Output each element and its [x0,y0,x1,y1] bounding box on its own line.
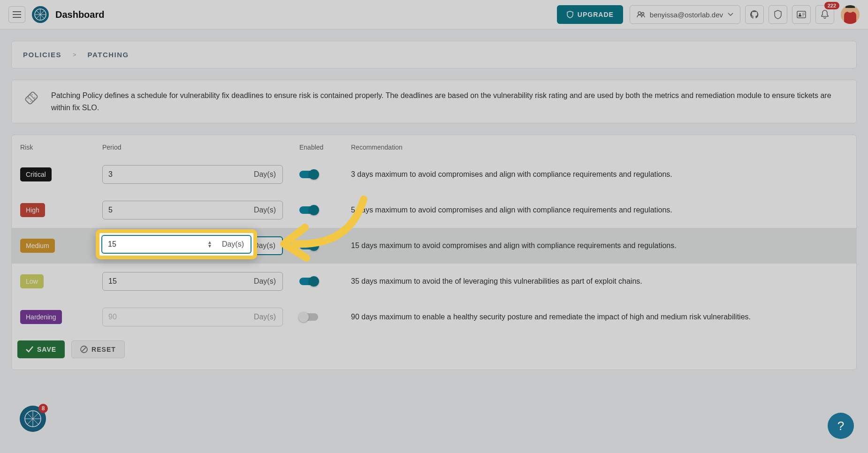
svg-point-8 [28,98,29,99]
period-suffix: Day(s) [247,277,282,286]
info-panel: Patching Policy defines a schedule for v… [11,80,857,123]
enabled-toggle[interactable] [299,171,318,178]
risk-badge: High [20,203,45,217]
svg-point-9 [30,101,31,102]
check-icon [26,346,33,353]
period-input [103,313,247,321]
period-suffix: Day(s) [247,313,282,321]
recommendation-text: 15 days maximum to avoid compromises and… [351,242,677,249]
svg-point-2 [641,13,644,15]
question-icon: ? [838,419,844,433]
table-row: LowDay(s)35 days maximum to avoid the of… [12,264,856,299]
header-risk: Risk [20,143,102,151]
notification-badge: 222 [824,2,839,9]
cancel-icon [80,346,88,353]
period-suffix: Day(s) [215,240,251,249]
table-row: CriticalDay(s)3 days maximum to avoid co… [12,157,856,192]
recommendation-text: 3 days maximum to avoid compromises and … [351,170,672,178]
save-button[interactable]: SAVE [17,340,65,358]
app-logo[interactable] [32,6,49,23]
chevron-right-icon: > [73,51,76,58]
card-button[interactable] [792,5,811,24]
page-title: Dashboard [55,9,104,20]
table-header: Risk Period Enabled Recommendation [12,135,856,157]
svg-point-4 [799,13,801,15]
reset-button[interactable]: RESET [71,340,125,358]
enabled-toggle[interactable] [299,313,318,321]
svg-rect-5 [25,91,38,105]
help-button[interactable]: ? [828,413,854,439]
table-row: HardeningDay(s)90 days maximum to enable… [12,299,856,335]
risk-badge: Low [20,274,44,288]
user-email: benyissa@ostorlab.dev [650,11,723,19]
patch-icon [23,90,40,106]
stepper-icon[interactable]: ▲▼ [207,241,215,248]
hamburger-icon [13,11,21,18]
risk-badge: Hardening [20,310,62,324]
svg-point-1 [638,12,641,15]
notifications-button[interactable]: 222 [815,5,834,24]
crumb-patching[interactable]: PATCHING [88,51,129,59]
callout-arrow-icon [270,195,373,270]
id-card-icon [797,11,806,18]
shield-outline-icon [774,10,782,19]
crumb-policies[interactable]: POLICIES [23,51,61,59]
callout-highlight: ▲▼ Day(s) [96,229,257,259]
svg-point-6 [31,94,33,96]
recommendation-text: 35 days maximum to avoid the of leveragi… [351,277,642,285]
logo-icon [23,409,42,428]
period-input[interactable] [103,277,247,286]
table-row: HighDay(s)5 days maximum to avoid compro… [12,192,856,228]
header-period: Period [102,143,299,151]
reset-label: RESET [91,346,116,353]
github-button[interactable] [745,5,764,24]
bell-icon [821,10,829,19]
form-actions: SAVE RESET [12,335,856,358]
period-suffix: Day(s) [247,170,282,179]
recommendation-text: 90 days maximum to enable a healthy secu… [351,313,751,321]
shield-icon [566,11,574,18]
chevron-down-icon [728,13,733,16]
floating-logo[interactable]: 8 [20,406,46,432]
security-button[interactable] [769,5,787,24]
menu-button[interactable] [8,6,25,23]
risk-badge: Critical [20,167,52,181]
main-content: POLICIES > PATCHING Patching Policy defi… [0,30,868,381]
svg-point-7 [34,97,36,98]
upgrade-button[interactable]: UPGRADE [557,5,623,24]
floating-badge: 8 [38,404,48,413]
svg-rect-10 [28,94,35,102]
github-icon [750,10,759,19]
risk-badge: Medium [20,239,55,253]
upgrade-label: UPGRADE [578,11,614,18]
app-header: Dashboard UPGRADE benyissa@ostorlab.dev … [0,0,868,30]
save-label: SAVE [37,346,56,353]
period-input[interactable] [103,170,247,179]
logo-icon [34,8,47,21]
header-recommendation: Recommendation [351,143,848,151]
info-text: Patching Policy defines a schedule for v… [51,90,845,113]
enabled-toggle[interactable] [299,278,318,285]
breadcrumb: POLICIES > PATCHING [11,41,857,68]
user-menu[interactable]: benyissa@ostorlab.dev [630,5,740,24]
user-avatar[interactable] [841,5,860,24]
period-input[interactable] [103,206,247,214]
period-input-medium-callout[interactable] [102,240,207,249]
recommendation-text: 5 days maximum to avoid compromises and … [351,206,672,214]
header-enabled: Enabled [299,143,351,151]
users-icon [637,11,645,18]
